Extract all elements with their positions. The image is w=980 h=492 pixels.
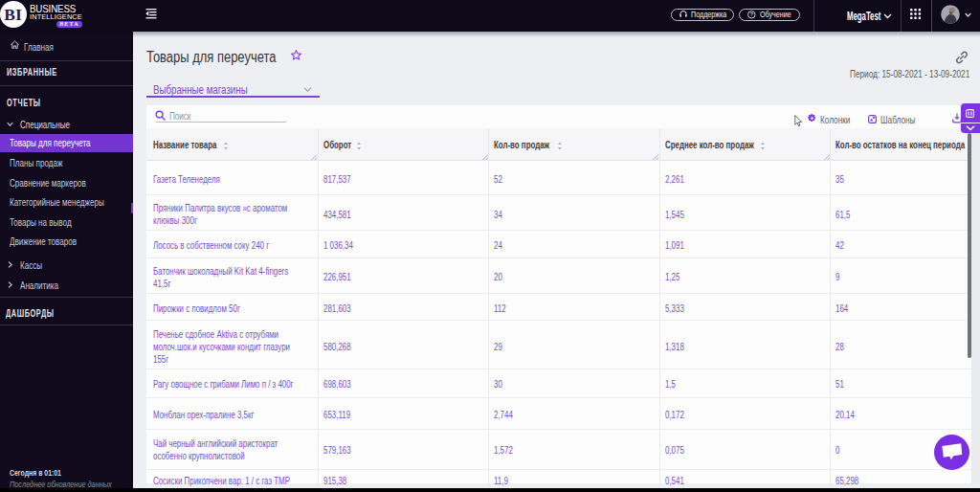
svg-text:?: ? <box>750 11 753 17</box>
